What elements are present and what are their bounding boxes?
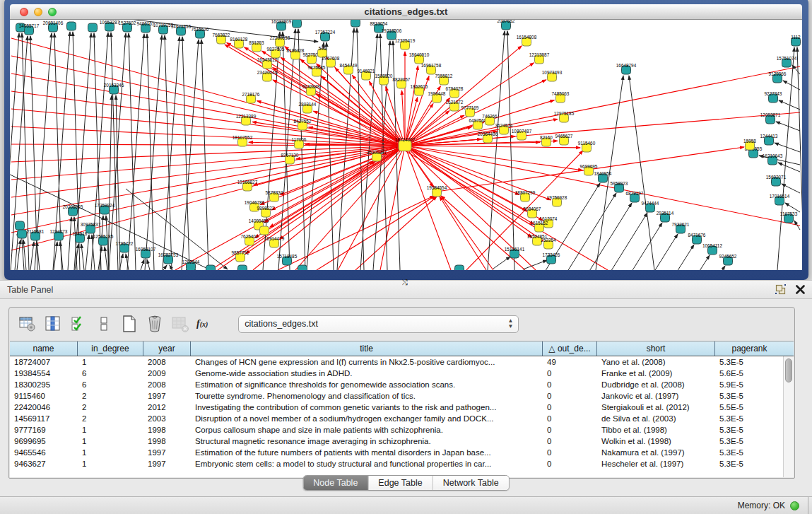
graph-node[interactable] — [260, 226, 269, 235]
graph-node[interactable] — [67, 22, 76, 30]
graph-node[interactable]: 2087682 — [498, 20, 515, 30]
graph-node[interactable]: 9777169 — [461, 105, 479, 117]
graph-node[interactable]: 1167533 — [780, 211, 798, 223]
table-cell[interactable]: 5.3E-5 — [715, 436, 784, 447]
graph-node[interactable]: 9146821 — [358, 69, 375, 81]
table-cell[interactable]: Embryonic stem cells: a model to study s… — [191, 458, 543, 469]
graph-node[interactable]: 19756928 — [547, 195, 567, 207]
graph-node[interactable]: 8822057 — [393, 77, 411, 89]
graph-node[interactable]: 9115460 — [578, 141, 596, 153]
table-cell[interactable]: 14569117 — [10, 413, 78, 424]
table-cell[interactable]: 5.3E-5 — [715, 458, 784, 469]
table-selector-dropdown[interactable]: citations_edges.txt ▲▼ — [238, 315, 519, 333]
table-cell[interactable]: Structural magnetic resonance image aver… — [191, 436, 543, 447]
table-row[interactable]: 977716911998Corpus callosum shape and si… — [10, 424, 794, 436]
table-cell[interactable]: 0 — [543, 447, 597, 458]
graph-node[interactable]: 16033809 — [271, 20, 292, 30]
table-cell[interactable]: 18300295 — [10, 379, 78, 390]
graph-node[interactable]: 9857791 — [232, 250, 249, 262]
column-header-out_de[interactable]: △ out_de... — [543, 341, 597, 356]
graph-node[interactable]: 10807487 — [512, 129, 532, 141]
graph-node[interactable]: 15692071 — [766, 175, 787, 187]
table-cell[interactable]: 5.3E-5 — [715, 390, 784, 402]
graph-node[interactable]: 9084067 — [524, 206, 541, 218]
table-cell[interactable]: 9115460 — [10, 390, 78, 402]
graph-node[interactable]: 15718485 — [277, 254, 298, 266]
table-cell[interactable]: Franke et al. (2009) — [597, 368, 715, 379]
table-cell[interactable]: 0 — [543, 413, 597, 424]
graph-node[interactable]: 9466161 — [137, 21, 155, 33]
table-cell[interactable]: 1 — [78, 424, 143, 436]
table-cell[interactable]: 1997 — [143, 390, 191, 402]
graph-node[interactable] — [238, 265, 247, 270]
table-cell[interactable]: Estimation of significance thresholds fo… — [191, 379, 543, 390]
column-header-in_degree[interactable]: in_degree — [78, 341, 143, 356]
graph-node[interactable]: 9465627 — [555, 134, 573, 146]
graph-node[interactable]: 20691406 — [43, 21, 64, 33]
column-header-name[interactable]: name — [10, 341, 78, 356]
graph-node[interactable]: 1234273 — [50, 229, 68, 241]
table-cell[interactable]: Wolkin et al. (1998) — [597, 436, 715, 447]
graph-node[interactable]: 2935114 — [657, 211, 674, 223]
graph-node[interactable]: 17359924 — [95, 203, 115, 215]
graph-node[interactable] — [18, 230, 27, 238]
table-cell[interactable]: 2008 — [143, 356, 191, 368]
graph-node[interactable]: 2115681 — [27, 229, 45, 241]
graph-node[interactable]: 7485063 — [552, 91, 570, 103]
table-cell[interactable]: 1 — [78, 447, 143, 458]
graph-node[interactable] — [455, 265, 464, 270]
table-cell[interactable]: 2012 — [143, 402, 191, 413]
graph-node[interactable]: 6794028 — [446, 86, 464, 98]
table-cell[interactable]: 5.3E-5 — [715, 424, 784, 436]
table-cell[interactable]: 2 — [78, 390, 143, 402]
graph-node[interactable] — [16, 221, 25, 230]
graph-node[interactable]: 1588520 — [375, 74, 393, 86]
graph-node[interactable]: 252254 — [541, 238, 556, 250]
graph-node[interactable]: 1733426 — [543, 252, 560, 264]
table-row[interactable]: 2242004622012Investigating the contribut… — [10, 402, 794, 413]
table-cell[interactable]: Jankovic et al. (1997) — [597, 390, 715, 402]
graph-node[interactable]: 18107552 — [233, 135, 253, 147]
graph-node[interactable]: 1990448 — [428, 91, 446, 103]
graph-node[interactable]: 7663822 — [213, 33, 230, 45]
table-row[interactable]: 946362711997Embryonic stem cells: a mode… — [10, 458, 794, 469]
table-cell[interactable]: 5.9E-5 — [715, 379, 784, 390]
graph-node[interactable]: 7955812 — [435, 74, 453, 86]
graph-node[interactable]: 8267130 — [281, 153, 299, 165]
graph-node[interactable] — [351, 20, 360, 27]
table-cell[interactable]: 9463627 — [10, 458, 78, 469]
table-cell[interactable]: 18724007 — [10, 356, 78, 368]
table-cell[interactable]: 5.6E-5 — [715, 368, 784, 379]
table-cell[interactable]: Dudbridge et al. (2008) — [597, 379, 715, 390]
table-cell[interactable]: 0 — [543, 458, 597, 469]
table-cell[interactable]: Yano et al. (2008) — [597, 356, 715, 368]
table-cell[interactable]: 0 — [543, 379, 597, 390]
table-cell[interactable]: Changes of HCN gene expression and I(f) … — [191, 356, 543, 368]
table-cell[interactable]: 0 — [543, 436, 597, 447]
graph-node[interactable]: 20364486 — [478, 132, 498, 144]
table-cell[interactable]: Corpus callosum shape and size in male p… — [191, 424, 543, 436]
graph-node[interactable]: 18807299 — [515, 190, 536, 202]
table-cell[interactable]: 9777169 — [10, 424, 78, 436]
graph-node[interactable]: 16958107 — [136, 247, 156, 259]
graph-node[interactable]: 2718176 — [242, 92, 260, 104]
table-settings-icon[interactable] — [18, 315, 37, 333]
table-cell[interactable]: 0 — [543, 368, 597, 379]
table-cell[interactable]: 2 — [78, 413, 143, 424]
table-cell[interactable]: 0 — [543, 402, 597, 413]
table-cell[interactable]: 2003 — [143, 413, 191, 424]
table-cell[interactable]: 2008 — [143, 379, 191, 390]
graph-node[interactable]: 16543812 — [257, 57, 278, 69]
graph-node[interactable]: 1112 — [791, 35, 801, 47]
table-row[interactable]: 946554611997Estimation of the future num… — [10, 447, 794, 458]
close-panel-icon[interactable] — [796, 285, 805, 294]
table-cell[interactable]: 1 — [78, 436, 143, 447]
graph-node[interactable]: 7932621 — [672, 222, 690, 234]
table-row[interactable]: 911546021997Tourette syndrome. Phenomeno… — [10, 390, 794, 402]
graph-node[interactable]: 891293 — [249, 40, 264, 52]
table-cell[interactable]: 1997 — [143, 458, 191, 469]
table-scrollbar-thumb[interactable] — [785, 358, 792, 382]
graph-node[interactable] — [88, 23, 98, 32]
delete-columns-icon[interactable] — [146, 315, 164, 333]
graph-node[interactable]: 1527602 — [119, 21, 136, 33]
